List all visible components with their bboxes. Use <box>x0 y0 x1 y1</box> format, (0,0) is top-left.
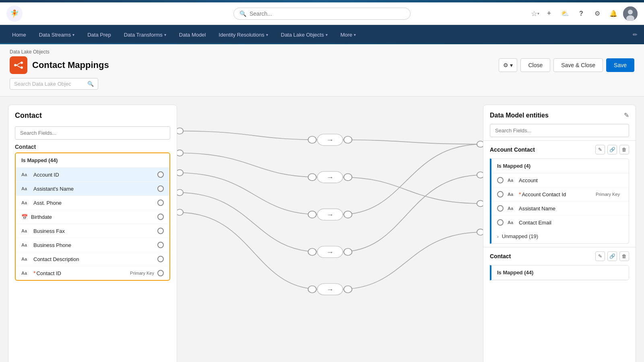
left-panel-search[interactable] <box>15 126 170 140</box>
left-search-input[interactable] <box>20 130 165 136</box>
right-panel-search[interactable] <box>490 124 629 137</box>
topbar: 🧚 🔍 ☆ ▾ + ⛅ ? ⚙ 🔔 <box>0 2 644 25</box>
right-search-input[interactable] <box>495 128 624 134</box>
right-panel: Data Model entities ✎ Account Contact ✎ … <box>483 105 636 362</box>
search-input[interactable] <box>250 10 405 17</box>
field-connector[interactable] <box>157 242 164 248</box>
right-field-item[interactable]: Aa *Account Contact Id Primary Key <box>491 187 629 202</box>
field-type-icon: Aa <box>21 171 30 178</box>
unmapped-label: Unmapped (19) <box>502 233 538 239</box>
field-connector[interactable] <box>157 256 164 262</box>
svg-point-36 <box>477 172 483 178</box>
app-logo[interactable]: 🧚 <box>6 6 23 22</box>
help-button[interactable]: ? <box>575 7 588 20</box>
svg-point-7 <box>21 66 23 69</box>
main-area: Contact Contact Is Mapped (44) Aa Accoun… <box>0 97 644 362</box>
config-button[interactable]: ⚙ ▾ <box>499 58 517 72</box>
left-field-group: Is Mapped (44) Aa Account ID Aa Assistan… <box>15 152 170 281</box>
nav-item-home[interactable]: Home <box>6 29 32 41</box>
star-icon: ☆ <box>531 9 537 18</box>
left-field-item[interactable]: 📅 Birthdate <box>16 210 169 224</box>
right-panel-header: Data Model entities ✎ <box>483 105 636 122</box>
cloud-button[interactable]: ⛅ <box>559 7 572 20</box>
mapping-svg: →→→→→ <box>177 105 483 362</box>
nav-item-data-model[interactable]: Data Model <box>173 29 211 41</box>
search-dlo-text: Search Data Lake Objec <box>14 81 71 87</box>
left-field-item[interactable]: Aa Business Fax <box>16 224 169 238</box>
topbar-search[interactable]: 🔍 <box>233 8 411 20</box>
left-field-item[interactable]: Aa Account ID <box>16 168 169 182</box>
field-connector[interactable] <box>157 171 164 178</box>
left-field-item[interactable]: Aa Assistant's Name <box>16 182 169 196</box>
notifications-button[interactable]: 🔔 <box>607 7 620 20</box>
right-field-item[interactable]: Aa Contact Email <box>491 216 629 229</box>
entity-link-btn[interactable]: 🔗 <box>607 145 617 154</box>
nav-label-data-transforms: Data Transforms <box>124 32 163 38</box>
nav-label-data-prep: Data Prep <box>87 32 111 38</box>
svg-line-8 <box>17 63 21 65</box>
field-connector[interactable] <box>157 270 164 276</box>
left-field-item[interactable]: Aa Asst. Phone <box>16 196 169 210</box>
left-field-item[interactable]: Aa Contact Description <box>16 252 169 266</box>
svg-point-10 <box>308 136 316 143</box>
field-connector[interactable] <box>157 185 164 192</box>
entity-actions-account-contact: ✎ 🔗 🗑 <box>595 145 629 154</box>
right-field-item[interactable]: Aa Assistant Name <box>491 202 629 216</box>
svg-point-26 <box>308 286 316 292</box>
svg-text:→: → <box>326 249 334 256</box>
left-field-item[interactable]: Aa Business Phone <box>16 238 169 252</box>
save-button[interactable]: Save <box>606 58 634 72</box>
svg-point-35 <box>477 141 483 147</box>
navbar: Home Data Streams ▾ Data Prep Data Trans… <box>0 25 644 44</box>
field-connector[interactable] <box>157 200 164 206</box>
entity-field-group-account-contact: Is Mapped (4) Aa Account Aa *Account Con… <box>490 158 629 244</box>
data-transforms-chevron-icon: ▾ <box>164 33 166 37</box>
field-name: Business Phone <box>33 242 157 248</box>
nav-item-data-streams[interactable]: Data Streams ▾ <box>33 29 80 41</box>
nav-item-identity-resolutions[interactable]: Identity Resolutions ▾ <box>213 29 273 41</box>
entity-connector <box>497 177 504 183</box>
entity-title-contact: Contact <box>490 253 511 259</box>
search-dlo[interactable]: Search Data Lake Objec 🔍 <box>10 78 98 90</box>
user-avatar[interactable] <box>623 6 638 21</box>
unmapped-row[interactable]: › Unmapped (19) <box>491 229 629 243</box>
entity-title-account-contact: Account Contact <box>490 146 535 153</box>
left-field-item[interactable]: Aa *Contact ID Primary Key <box>16 266 169 280</box>
unmapped-chevron-icon: › <box>497 234 499 239</box>
svg-point-22 <box>308 249 316 255</box>
nav-item-data-transforms[interactable]: Data Transforms ▾ <box>118 29 172 41</box>
right-panel-edit-icon[interactable]: ✎ <box>624 111 629 119</box>
close-button[interactable]: Close <box>520 58 550 72</box>
field-connector[interactable] <box>157 228 164 234</box>
nav-edit-button[interactable]: ✏ <box>633 31 638 38</box>
star-favorite[interactable]: ☆ ▾ <box>531 9 539 18</box>
entity-delete-btn[interactable]: 🗑 <box>619 145 629 154</box>
field-type-icon: Aa <box>21 242 30 248</box>
add-button[interactable]: + <box>543 7 555 20</box>
field-name: Birthdate <box>31 214 157 220</box>
right-field-item[interactable]: Aa Account <box>491 173 629 187</box>
more-chevron-icon: ▾ <box>354 33 356 37</box>
plus-icon: + <box>547 9 551 18</box>
entity-connector <box>497 191 504 197</box>
field-name: Asst. Phone <box>33 200 157 206</box>
contact-link-btn[interactable]: 🔗 <box>607 251 617 261</box>
settings-button[interactable]: ⚙ <box>591 7 604 20</box>
page-title: Contact Mappings <box>32 60 494 70</box>
entity-edit-btn[interactable]: ✎ <box>595 145 605 154</box>
nav-label-data-streams: Data Streams <box>39 32 71 38</box>
save-close-button[interactable]: Save & Close <box>553 58 603 72</box>
field-name: Business Fax <box>33 228 157 234</box>
entity-actions-contact: ✎ 🔗 🗑 <box>595 251 629 261</box>
nav-item-data-prep[interactable]: Data Prep <box>82 29 117 41</box>
primary-key-badge: Primary Key <box>130 271 154 276</box>
field-connector[interactable] <box>157 214 164 220</box>
field-name: Account ID <box>33 172 157 178</box>
nav-item-data-lake-objects[interactable]: Data Lake Objects ▾ <box>275 29 333 41</box>
nav-label-identity-resolutions: Identity Resolutions <box>219 32 264 38</box>
nav-item-more[interactable]: More ▾ <box>335 29 362 41</box>
topbar-actions: ☆ ▾ + ⛅ ? ⚙ 🔔 <box>531 6 638 21</box>
contact-edit-btn[interactable]: ✎ <box>595 251 605 261</box>
field-type-icon: Aa <box>508 191 516 197</box>
contact-delete-btn[interactable]: 🗑 <box>619 251 629 261</box>
